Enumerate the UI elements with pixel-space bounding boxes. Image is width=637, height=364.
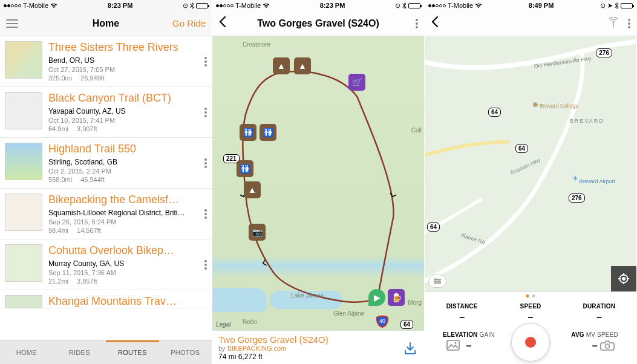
route-thumbnail [5, 92, 42, 129]
svg-point-5 [439, 281, 440, 282]
nav-bar [425, 11, 636, 36]
poi-restroom-icon[interactable]: 🚻 [260, 124, 276, 141]
carrier-label: T-Mobile [23, 2, 48, 9]
route-location: Squamish-Lillooet Regional District, Bri… [48, 209, 207, 217]
nav-more-button[interactable] [416, 19, 418, 28]
back-button[interactable] [431, 16, 439, 31]
route-stats: 21.2mi3,857ft [48, 278, 207, 285]
carrier-label: T-Mobile [235, 2, 261, 9]
status-time: 8:23 PM [108, 2, 133, 9]
poi-campsite-icon[interactable]: ▲ [273, 57, 290, 74]
location-arrow-icon: ➤ [607, 2, 613, 10]
footer-stats: 74 mi 6,272 ft [218, 353, 418, 361]
route-thumbnail [5, 295, 42, 308]
route-row[interactable]: Three Sisters Three Rivers Bend, OR, US … [0, 36, 212, 87]
map-label-nebo: Nebo [243, 319, 257, 325]
map-settings-button[interactable] [428, 275, 446, 288]
route-row[interactable]: Highland Trail 550 Stirling, Scotland, G… [0, 138, 212, 189]
highway-shield-icon: 276 [569, 193, 585, 203]
go-ride-button[interactable]: Go Ride [172, 18, 206, 28]
route-location: Murray County, GA, US [48, 259, 207, 268]
phone-home-list: T-Mobile 8:23 PM ⊙ Home Go Ride [0, 0, 212, 364]
stat-distance: DISTANCE – [431, 303, 493, 323]
battery-icon [196, 3, 208, 8]
author-link[interactable]: BIKEPACKING.com [227, 345, 287, 352]
poi-photo-icon[interactable]: 📷 [249, 224, 266, 241]
route-row[interactable]: Bikepacking the Camelsf… Squamish-Lilloo… [0, 189, 212, 239]
tab-rides[interactable]: RIDES [53, 340, 106, 364]
college-pin-icon: ◉ [532, 100, 538, 108]
bluetooth-icon [190, 2, 194, 9]
route-thumbnail [5, 143, 42, 180]
gallery-button[interactable] [446, 340, 460, 353]
route-title: Black Canyon Trail (BCT) [48, 92, 207, 105]
broadcast-icon[interactable] [607, 17, 619, 30]
route-title: Three Sisters Three Rivers [48, 41, 207, 54]
map-legal-link[interactable]: Legal [216, 321, 230, 328]
locate-me-button[interactable] [611, 266, 636, 291]
row-more-button[interactable] [204, 260, 207, 270]
svg-point-6 [436, 282, 437, 284]
poi-start-icon[interactable]: ▶ [368, 289, 385, 306]
signal-dots-icon [4, 4, 21, 7]
poi-campsite-icon[interactable]: ▲ [244, 181, 261, 198]
route-map[interactable]: Crossnore Nebo Glen Alpine Lake James Co… [212, 36, 424, 330]
status-time: 8:23 PM [320, 2, 345, 9]
poi-campsite-icon[interactable]: ▲ [294, 57, 311, 74]
tab-routes[interactable]: ROUTES [106, 340, 159, 364]
poi-restroom-icon[interactable]: 🚻 [240, 124, 256, 141]
wifi-icon [263, 3, 270, 8]
row-more-button[interactable] [204, 158, 207, 168]
camera-button[interactable] [600, 340, 615, 353]
battery-icon [621, 3, 633, 8]
routes-list[interactable]: Three Sisters Three Rivers Bend, OR, US … [0, 36, 212, 340]
tab-home[interactable]: HOME [0, 340, 53, 364]
phone-route-detail: T-Mobile 8:23 PM ⊙ Two Gorges Gravel (S2… [212, 0, 425, 364]
route-stats: 325.0mi26,949ft [48, 74, 207, 82]
poi-shopping-icon[interactable]: 🛒 [348, 74, 365, 91]
bottom-tabs: HOME RIDES ROUTES PHOTOS [0, 340, 212, 364]
record-button[interactable] [511, 323, 550, 362]
route-row[interactable]: Black Canyon Trail (BCT) Yavapai County,… [0, 87, 212, 138]
highway-shield-icon: 64 [488, 108, 501, 117]
stat-duration: DURATION – [568, 303, 630, 323]
status-time: 8:49 PM [529, 2, 554, 9]
row-more-button[interactable] [204, 57, 207, 67]
route-thumbnail [5, 193, 42, 231]
row-more-button[interactable] [204, 209, 207, 219]
svg-text:40: 40 [379, 318, 385, 324]
recording-panel: DISTANCE – SPEED – DURATION – ELEVATION … [425, 291, 636, 364]
route-date: Oct 2, 2015, 2:24 PM [48, 167, 207, 175]
route-title: Bikepacking the Camelsf… [48, 193, 207, 206]
signal-dots-icon [428, 4, 446, 7]
nav-more-button[interactable] [628, 19, 630, 28]
route-row[interactable]: Cohutta Overlook Bikep… Murray County, G… [0, 239, 212, 290]
nav-title: Two Gorges Gravel (S24O) [212, 18, 424, 29]
poi-bar-icon[interactable]: 🍺 [388, 289, 405, 306]
route-row[interactable]: Khangai Mountains Trav… [0, 290, 212, 308]
download-button[interactable] [403, 341, 417, 358]
route-date: Oct 10, 2015, 7:41 PM [48, 117, 207, 124]
svg-point-1 [612, 21, 615, 23]
page-indicator[interactable] [526, 294, 535, 297]
map-label-crossnore: Crossnore [243, 41, 270, 48]
signal-dots-icon [216, 4, 234, 7]
hamburger-menu-button[interactable] [6, 19, 18, 28]
bluetooth-icon [615, 2, 619, 9]
route-stats: 64.9mi3,907ft [48, 125, 207, 132]
status-bar: T-Mobile 8:23 PM ⊙ [0, 0, 212, 11]
row-more-button[interactable] [204, 108, 207, 117]
route-date: Sep 26, 2015, 5:24 PM [48, 218, 207, 226]
map-label-airport: Brevard Airport [579, 178, 615, 184]
poi-restroom-icon[interactable]: 🚻 [237, 160, 253, 177]
live-map[interactable]: 276 64 64 64 276 BREVARD Brevard College… [425, 36, 636, 291]
route-title: Cohutta Overlook Bikep… [48, 244, 207, 257]
footer-route-title: Two Gorges Gravel (S24O) [218, 334, 418, 345]
footer-author: by BIKEPACKING.com [218, 345, 418, 352]
map-label-morg: Morg [408, 299, 422, 306]
tab-photos[interactable]: PHOTOS [159, 340, 212, 364]
svg-point-4 [435, 279, 437, 281]
route-title: Highland Trail 550 [48, 143, 207, 155]
route-title: Khangai Mountains Trav… [48, 295, 207, 308]
back-button[interactable] [218, 16, 227, 31]
